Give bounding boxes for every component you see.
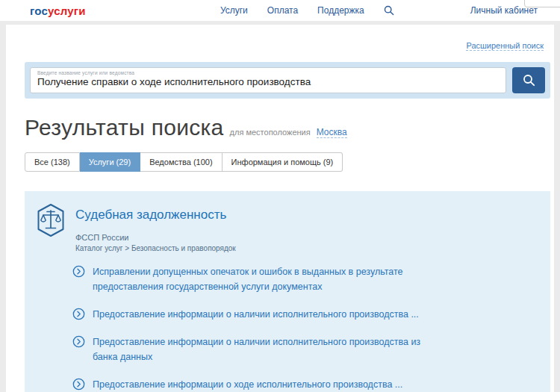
search-panel: Введите название услуги или ведомства По… (25, 62, 550, 99)
service-list: Исправлении допущенных опечаток и ошибок… (72, 264, 535, 392)
logo-part-blue: гос (30, 4, 48, 17)
logo-part-red: услуги (48, 4, 86, 17)
result-card: Судебная задолженность ФССП России Катал… (25, 191, 550, 392)
chevron-right-circle-icon (72, 335, 85, 348)
page-title: Результаты поиска (25, 115, 224, 140)
content-sheet: Расширенный поиск Введите название услуг… (6, 25, 554, 392)
list-item[interactable]: Предоставление информации о наличии испо… (72, 307, 535, 322)
scales-of-justice-icon (35, 203, 66, 237)
agency-name: ФССП России (75, 233, 236, 242)
location-prefix: для местоположения (230, 128, 311, 137)
service-link[interactable]: Исправлении допущенных опечаток и ошибок… (93, 264, 444, 294)
nav-support[interactable]: Поддержка (317, 5, 364, 16)
top-header: госуслуги Услуги Оплата Поддержка Личный… (0, 0, 560, 21)
tab-info-help[interactable]: Информация и помощь (9) (223, 152, 343, 172)
popup-outline-artifact (524, 0, 560, 7)
advanced-search-row: Расширенный поиск (6, 25, 554, 56)
category-title-link[interactable]: Судебная задолженность (75, 208, 236, 223)
chevron-right-circle-icon (72, 378, 85, 391)
results-heading-row: Результаты поиска для местоположения Мос… (25, 115, 554, 140)
tab-agencies[interactable]: Ведомства (100) (140, 152, 222, 172)
card-header: Судебная задолженность ФССП России Катал… (35, 203, 535, 252)
list-item[interactable]: Предоставление информации о ходе исполни… (72, 377, 535, 392)
list-item[interactable]: Предоставление информации о наличии испо… (72, 335, 535, 364)
nav-services[interactable]: Услуги (220, 5, 248, 16)
service-link[interactable]: Предоставление информации о ходе исполни… (93, 377, 402, 392)
location-link[interactable]: Москва (317, 127, 347, 138)
advanced-search-link[interactable]: Расширенный поиск (466, 41, 544, 51)
search-input[interactable]: Введите название услуги или ведомства По… (30, 67, 506, 93)
chevron-right-circle-icon (72, 265, 85, 278)
list-item[interactable]: Исправлении допущенных опечаток и ошибок… (72, 264, 535, 294)
service-link[interactable]: Предоставление информации о наличии испо… (93, 307, 419, 322)
top-navigation: Услуги Оплата Поддержка Личный кабинет (220, 5, 560, 16)
card-header-text: Судебная задолженность ФССП России Катал… (75, 203, 236, 252)
tab-all[interactable]: Все (138) (25, 152, 80, 172)
magnifier-icon (523, 74, 535, 87)
search-input-value: Получение справки о ходе исполнительного… (37, 76, 499, 87)
gosuslugi-logo[interactable]: госуслуги (30, 4, 86, 17)
search-input-label: Введите название услуги или ведомства (37, 70, 499, 75)
service-link[interactable]: Предоставление информации о наличии испо… (93, 335, 444, 364)
search-submit-button[interactable] (512, 67, 545, 93)
nav-payment[interactable]: Оплата (267, 5, 298, 16)
search-icon[interactable] (384, 5, 394, 16)
tab-services[interactable]: Услуги (29) (80, 152, 140, 172)
result-tabs: Все (138) Услуги (29) Ведомства (100) Ин… (25, 152, 554, 172)
breadcrumb: Каталог услуг > Безопасность и правопоря… (75, 244, 236, 252)
chevron-right-circle-icon (72, 308, 85, 320)
